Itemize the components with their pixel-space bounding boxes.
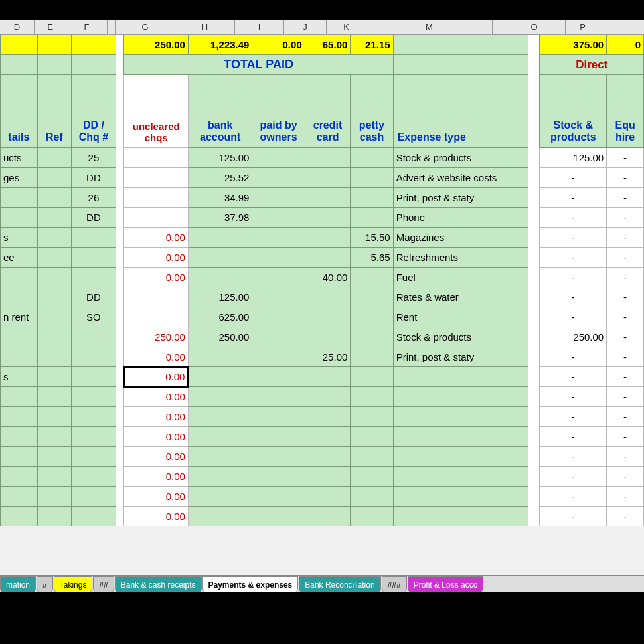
cell-p-17[interactable]: - (607, 487, 644, 507)
cell-g-10[interactable]: 0.00 (124, 347, 188, 367)
cell-d-12[interactable] (1, 387, 38, 407)
column-header-E[interactable]: E (35, 20, 66, 34)
cell-k-5[interactable]: 5.65 (351, 248, 393, 268)
cell-j-6[interactable]: 40.00 (305, 268, 351, 287)
cell-p-14[interactable]: - (607, 427, 644, 447)
sheet-tab-5[interactable]: Payments & expenses (202, 576, 299, 592)
cell-o-6[interactable]: - (540, 268, 607, 287)
cell-d-2[interactable] (1, 188, 38, 208)
cell-j-0[interactable] (305, 148, 351, 168)
cell-k-12[interactable] (351, 387, 393, 407)
cell-m-0[interactable]: Stock & products (393, 148, 528, 168)
cell-g-5[interactable]: 0.00 (124, 248, 188, 268)
cell-p-2[interactable]: - (607, 188, 644, 208)
cell-f-17[interactable] (72, 487, 116, 507)
sheet-tab-3[interactable]: ## (93, 576, 114, 592)
cell-d-17[interactable] (1, 487, 38, 507)
cell-h-14[interactable] (188, 427, 252, 447)
cell-m-17[interactable] (393, 487, 528, 507)
sheet-tab-7[interactable]: ### (382, 576, 407, 592)
cell-e-9[interactable] (37, 327, 71, 347)
cell-d-18[interactable] (1, 507, 38, 526)
cell-o-3[interactable]: - (540, 208, 607, 228)
cell-k-4[interactable]: 15.50 (351, 228, 393, 248)
cell-i-0[interactable] (252, 148, 305, 168)
cell-f-3[interactable]: DD (72, 208, 116, 228)
cell-e-5[interactable] (37, 248, 71, 268)
cell-m-1[interactable]: Advert & website costs (393, 168, 528, 188)
cell-j-15[interactable] (305, 447, 351, 467)
cell-p-9[interactable]: - (607, 327, 644, 347)
cell-p-11[interactable]: - (607, 367, 644, 387)
cell-g-0[interactable] (124, 148, 188, 168)
cell-p-18[interactable]: - (607, 507, 644, 526)
cell-o-2[interactable]: - (540, 188, 607, 208)
cell-o-17[interactable]: - (540, 487, 607, 507)
cell-g-1[interactable] (124, 168, 188, 188)
cell-h-0[interactable]: 125.00 (188, 148, 252, 168)
cell-k-18[interactable] (351, 507, 393, 526)
cell-e-0[interactable] (37, 148, 71, 168)
cell-k-1[interactable] (351, 168, 393, 188)
cell-o-7[interactable]: - (540, 287, 607, 307)
cell-i-12[interactable] (252, 387, 305, 407)
cell-d-8[interactable]: n rent (1, 307, 38, 327)
cell-h-5[interactable] (188, 248, 252, 268)
cell-k-11[interactable] (351, 367, 393, 387)
cell-h-2[interactable]: 34.99 (188, 188, 252, 208)
cell-j-13[interactable] (305, 407, 351, 427)
cell-e-7[interactable] (37, 287, 71, 307)
cell-p-0[interactable]: - (607, 148, 644, 168)
total-j[interactable]: 65.00 (305, 35, 351, 55)
cell-d-10[interactable] (1, 347, 38, 367)
cell-e-17[interactable] (37, 487, 71, 507)
cell-h-8[interactable]: 625.00 (188, 307, 252, 327)
cell-p-16[interactable]: - (607, 467, 644, 487)
cell-m-10[interactable]: Print, post & staty (393, 347, 528, 367)
cell-k-0[interactable] (351, 148, 393, 168)
sheet-tab-2[interactable]: Takings (54, 576, 93, 592)
column-header-M[interactable]: M (366, 20, 493, 34)
cell-d-13[interactable] (1, 407, 38, 427)
cell-k-6[interactable] (351, 268, 393, 287)
column-header-F[interactable]: F (66, 20, 108, 34)
cell-m-9[interactable]: Stock & products (393, 327, 528, 347)
cell-m-3[interactable]: Phone (393, 208, 528, 228)
cell-g-6[interactable]: 0.00 (124, 268, 188, 287)
cell-o-14[interactable]: - (540, 427, 607, 447)
cell-o-18[interactable]: - (540, 507, 607, 526)
cell-f-9[interactable] (72, 327, 116, 347)
cell-d-7[interactable] (1, 287, 38, 307)
cell-k-7[interactable] (351, 287, 393, 307)
cell-g-16[interactable]: 0.00 (124, 467, 188, 487)
total-o[interactable]: 375.00 (540, 35, 607, 55)
cell-f-8[interactable]: SO (72, 307, 116, 327)
cell-i-15[interactable] (252, 447, 305, 467)
cell-j-9[interactable] (305, 327, 351, 347)
cell-e-1[interactable] (37, 168, 71, 188)
totals-blank-m[interactable] (393, 35, 528, 55)
cell-f-13[interactable] (72, 407, 116, 427)
cell-m-5[interactable]: Refreshments (393, 248, 528, 268)
cell-j-2[interactable] (305, 188, 351, 208)
cell-o-9[interactable]: 250.00 (540, 327, 607, 347)
cell-i-8[interactable] (252, 307, 305, 327)
cell-i-4[interactable] (252, 228, 305, 248)
cell-h-12[interactable] (188, 387, 252, 407)
cell-m-15[interactable] (393, 447, 528, 467)
cell-e-8[interactable] (37, 307, 71, 327)
cell-k-8[interactable] (351, 307, 393, 327)
cell-m-2[interactable]: Print, post & staty (393, 188, 528, 208)
cell-g-7[interactable] (124, 287, 188, 307)
column-header-D[interactable]: D (0, 20, 35, 34)
cell-i-2[interactable] (252, 188, 305, 208)
cell-o-4[interactable]: - (540, 228, 607, 248)
cell-g-14[interactable]: 0.00 (124, 427, 188, 447)
cell-h-9[interactable]: 250.00 (188, 327, 252, 347)
cell-d-4[interactable]: s (1, 228, 38, 248)
cell-g-9[interactable]: 250.00 (124, 327, 188, 347)
cell-e-18[interactable] (37, 507, 71, 526)
cell-g-2[interactable] (124, 188, 188, 208)
cell-j-12[interactable] (305, 387, 351, 407)
totals-blank-D[interactable] (1, 35, 38, 55)
